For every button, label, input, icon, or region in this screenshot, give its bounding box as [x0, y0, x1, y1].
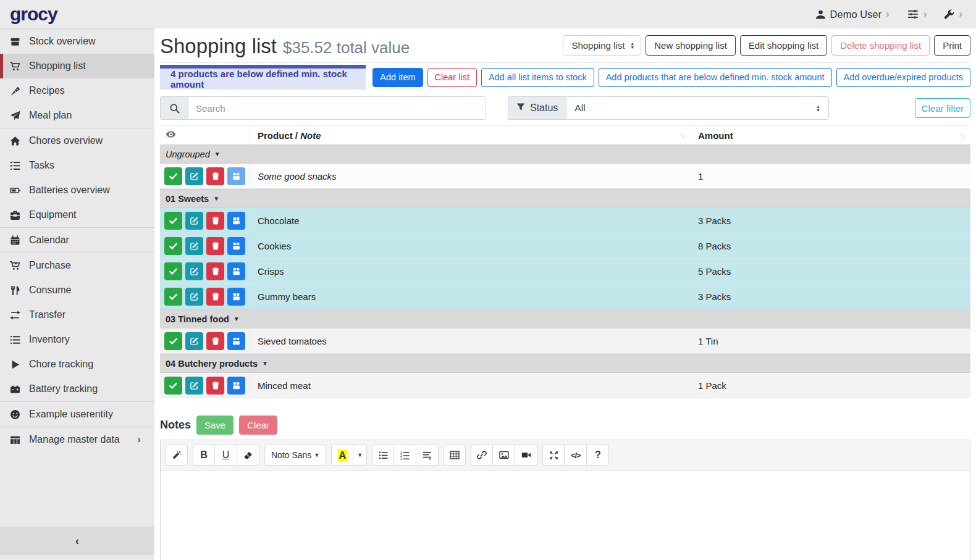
sidebar-item-batteries-overview[interactable]: Batteries overview — [0, 178, 154, 203]
group-header-ungrouped[interactable]: Ungrouped▼ — [160, 144, 970, 164]
sidebar-item-purchase[interactable]: Purchase — [0, 253, 154, 278]
product-cell: Some good snacks — [250, 164, 690, 188]
picture-icon[interactable] — [493, 445, 515, 466]
add-below-min-stock-button[interactable]: Add products that are below defined min.… — [599, 68, 832, 87]
product-cell: Crisps — [250, 259, 690, 283]
edit-item-button[interactable] — [185, 262, 203, 280]
mark-done-button[interactable] — [164, 377, 182, 395]
add-to-stock-button[interactable] — [227, 377, 245, 395]
sidebar-item-chore-tracking[interactable]: Chore tracking — [0, 352, 154, 377]
sidebar-item-manage-master-data[interactable]: Manage master data› — [0, 427, 154, 452]
add-to-stock-button[interactable] — [227, 212, 245, 230]
edit-item-button[interactable] — [185, 288, 203, 306]
delete-item-button[interactable] — [206, 237, 224, 255]
sidebar-item-battery-tracking[interactable]: Battery tracking — [0, 377, 154, 401]
edit-item-button[interactable] — [185, 212, 203, 230]
new-shopping-list-button[interactable]: New shopping list — [646, 35, 736, 56]
admin-menu[interactable]: › — [944, 8, 962, 20]
status-filter-select[interactable]: All ▲▼ — [566, 96, 829, 120]
mark-done-button[interactable] — [164, 288, 182, 306]
sidebar-item-chores-overview[interactable]: Chores overview — [0, 128, 154, 153]
edit-item-button[interactable] — [185, 332, 203, 350]
mark-done-button[interactable] — [164, 237, 182, 255]
min-stock-alert[interactable]: 4 products are below defined min. stock … — [160, 65, 366, 90]
group-header-04-butchery-products[interactable]: 04 Butchery products▼ — [160, 354, 970, 373]
sort-icon[interactable]: ↑↓ — [960, 132, 964, 139]
notes-save-button[interactable]: Save — [196, 416, 233, 435]
video-icon[interactable] — [515, 445, 537, 466]
sidebar-item-example-userentity[interactable]: Example userentity — [0, 402, 154, 427]
amount-cell: 1 Pack — [690, 373, 970, 398]
add-to-stock-button[interactable] — [227, 332, 245, 350]
group-header-01-sweets[interactable]: 01 Sweets▼ — [160, 189, 970, 208]
bold-icon[interactable]: B — [193, 445, 215, 466]
add-overdue-button[interactable]: Add overdue/expired products — [836, 68, 970, 87]
delete-item-button[interactable] — [206, 377, 224, 395]
search-input[interactable] — [188, 96, 486, 120]
add-to-stock-button[interactable] — [227, 167, 245, 185]
clear-filter-button[interactable]: Clear filter — [915, 98, 970, 118]
delete-item-button[interactable] — [206, 262, 224, 280]
shopping-list-select[interactable]: Shopping list ▲▼ — [563, 35, 641, 56]
sidebar-item-meal-plan[interactable]: Meal plan — [0, 103, 154, 128]
sidebar-item-stock-overview[interactable]: Stock overview — [0, 29, 154, 54]
sidebar-item-inventory[interactable]: Inventory — [0, 327, 154, 352]
sidebar-item-transfer[interactable]: Transfer — [0, 303, 154, 327]
delete-item-button[interactable] — [206, 212, 224, 230]
help-icon[interactable]: ? — [587, 445, 609, 466]
paragraph-align-icon[interactable] — [416, 445, 439, 466]
play-icon — [10, 359, 25, 370]
notes-editing-area[interactable] — [161, 470, 970, 560]
delete-item-button[interactable] — [206, 288, 224, 306]
app-logo[interactable]: grocy — [10, 4, 57, 25]
delete-item-button[interactable] — [206, 332, 224, 350]
link-icon[interactable] — [471, 445, 493, 466]
edit-item-button[interactable] — [185, 237, 203, 255]
font-family-dropdown[interactable]: Noto Sans▼ — [264, 445, 326, 466]
sidebar-item-shopping-list[interactable]: Shopping list — [0, 54, 154, 78]
codeview-icon[interactable]: </> — [565, 445, 587, 466]
print-button[interactable]: Print — [934, 35, 970, 56]
font-color-dropdown[interactable]: ▼ — [353, 445, 367, 466]
notes-clear-button[interactable]: Clear — [239, 416, 277, 435]
underline-icon[interactable]: U — [215, 445, 237, 466]
sidebar-item-recipes[interactable]: Recipes — [0, 78, 154, 103]
add-to-stock-button[interactable] — [227, 262, 245, 280]
sidebar-item-tasks[interactable]: Tasks — [0, 153, 154, 178]
sidebar-item-equipment[interactable]: Equipment — [0, 203, 154, 227]
mark-done-button[interactable] — [164, 167, 182, 185]
amount-cell: 8 Packs — [690, 233, 970, 258]
edit-item-button[interactable] — [185, 377, 203, 395]
product-column-header[interactable]: Product / Note ↑↓ — [250, 130, 690, 141]
edit-shopping-list-button[interactable]: Edit shopping list — [740, 35, 827, 56]
clear-list-button[interactable]: Clear list — [427, 68, 477, 87]
font-color-button[interactable]: A — [331, 445, 353, 466]
settings-menu[interactable]: › — [907, 8, 927, 20]
sidebar-item-consume[interactable]: Consume — [0, 278, 154, 303]
add-item-button[interactable]: Add item — [372, 68, 423, 87]
visibility-column-header[interactable] — [160, 126, 250, 144]
notes-section: Notes Save Clear — [160, 416, 970, 435]
group-header-03-tinned-food[interactable]: 03 Tinned food▼ — [160, 309, 970, 328]
table-insert-icon[interactable] — [444, 445, 466, 466]
mark-done-button[interactable] — [164, 332, 182, 350]
ordered-list-icon[interactable]: 123 — [394, 445, 416, 466]
add-to-stock-button[interactable] — [227, 288, 245, 306]
amount-column-header[interactable]: Amount ↑↓ — [690, 130, 970, 141]
edit-item-button[interactable] — [185, 167, 203, 185]
sidebar-collapse-button[interactable]: ‹ — [0, 527, 154, 555]
mark-done-button[interactable] — [164, 262, 182, 280]
magic-wand-icon[interactable] — [166, 445, 188, 466]
delete-shopping-list-button[interactable]: Delete shopping list — [831, 35, 930, 56]
add-to-stock-button[interactable] — [227, 237, 245, 255]
mark-done-button[interactable] — [164, 212, 182, 230]
delete-item-button[interactable] — [206, 167, 224, 185]
sidebar-item-calendar[interactable]: Calendar — [0, 228, 154, 253]
unordered-list-icon[interactable] — [372, 445, 394, 466]
eraser-icon[interactable] — [237, 445, 259, 466]
fullscreen-icon[interactable] — [542, 445, 565, 466]
product-name: Gummy bears — [258, 291, 316, 302]
user-menu[interactable]: Demo User › — [815, 8, 890, 20]
add-all-to-stock-button[interactable]: Add all list items to stock — [481, 68, 594, 87]
sort-icon[interactable]: ↑↓ — [679, 132, 684, 139]
